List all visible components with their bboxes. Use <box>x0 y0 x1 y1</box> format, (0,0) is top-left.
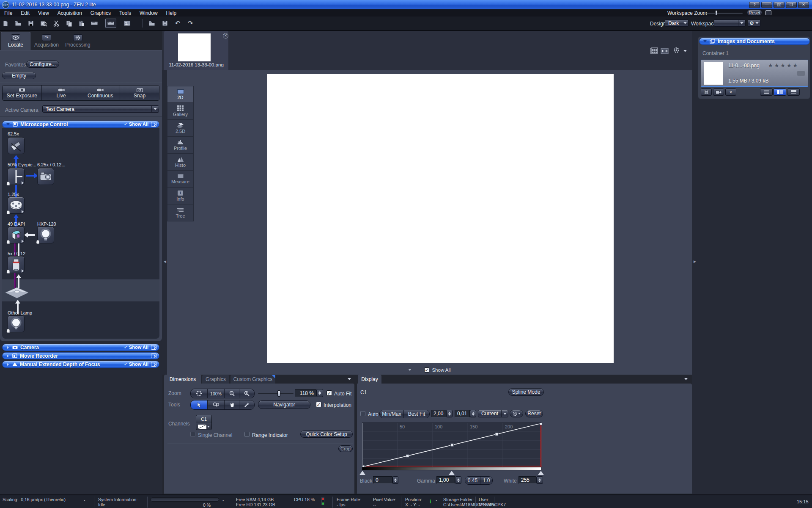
tab-acquisition[interactable]: ↷ Acquisition <box>31 32 62 50</box>
delete-item-button[interactable]: ✕ <box>725 88 736 96</box>
auto-fit-checkbox[interactable]: ✓ <box>326 390 332 396</box>
zoom-out-button[interactable] <box>225 389 239 398</box>
min-max-button[interactable]: Min/Max <box>380 410 404 418</box>
save-2-icon[interactable] <box>161 20 169 27</box>
stage-node[interactable] <box>5 287 29 301</box>
list-view-button[interactable] <box>760 88 773 96</box>
dimensions-more-caret[interactable] <box>348 378 351 380</box>
help-button[interactable]: ? <box>749 2 760 8</box>
picker-tool-button[interactable] <box>239 400 254 409</box>
active-camera-dropdown[interactable]: Test Camera <box>42 105 159 113</box>
empty-button[interactable]: Empty <box>2 72 36 79</box>
menu-file[interactable]: File <box>0 10 16 16</box>
view-tab-2-5d[interactable]: 2.5D <box>167 120 194 137</box>
manual-edf-section-header[interactable]: Manual Extended Depth of Focus ✓ Show Al… <box>2 361 159 368</box>
view-tab-histo[interactable]: Histo <box>167 154 194 171</box>
minmax-low-stepper[interactable] <box>446 410 453 417</box>
paste-icon[interactable] <box>78 20 85 27</box>
live-button[interactable]: Live <box>42 86 81 100</box>
ruler-icon[interactable] <box>91 20 98 27</box>
white-point-slider[interactable] <box>538 471 544 475</box>
view-tab-2d[interactable]: 2D <box>167 86 194 103</box>
view-tab-measure[interactable]: Measure <box>167 171 194 188</box>
layout-grid-icon[interactable] <box>650 47 658 56</box>
gamma-stepper[interactable] <box>455 476 461 484</box>
document-list-item[interactable]: 11-0...-00.png ★★★★★ 1,55 MB / 3,09 kB <box>701 60 808 87</box>
cut-icon[interactable] <box>52 20 60 27</box>
white-stepper[interactable] <box>536 476 543 484</box>
current-dropdown[interactable]: Current <box>478 410 508 417</box>
view-tab-info[interactable]: iInfo <box>167 188 194 204</box>
quick-color-setup-button[interactable]: Quick Color Setup <box>300 431 353 438</box>
show-all-checkbox[interactable]: ✓ <box>424 367 429 373</box>
close-document-icon[interactable]: ✕ <box>223 33 228 39</box>
workspace-zoom-slider[interactable] <box>703 13 743 14</box>
menu-tools[interactable]: Tools <box>115 10 135 16</box>
black-point-slider[interactable] <box>359 471 365 475</box>
menu-graphics[interactable]: Graphics <box>86 10 115 16</box>
minmax-low-input[interactable]: 2,00 <box>431 410 446 417</box>
movie-recorder-section-header[interactable]: Movie Recorder <box>2 352 159 359</box>
tab-locate[interactable]: Locate <box>1 32 30 50</box>
minmax-high-stepper[interactable] <box>470 410 476 417</box>
spline-mode-button[interactable]: Spline Mode <box>508 388 544 396</box>
black-stepper[interactable] <box>392 476 398 484</box>
view-tab-gallery[interactable]: Gallery <box>167 103 194 120</box>
zoom-value-stepper[interactable] <box>316 389 323 397</box>
tile-button[interactable]: ▯▯ <box>774 2 785 8</box>
zoom-slider-thumb[interactable] <box>277 390 280 397</box>
undock-icon[interactable] <box>151 362 156 367</box>
display-gear-dropdown[interactable] <box>510 410 523 417</box>
navigator-button[interactable]: Navigator <box>258 400 310 409</box>
split-view-icon[interactable] <box>661 47 669 56</box>
continuous-button[interactable]: Continuous <box>81 86 121 100</box>
histogram-curve-editor[interactable]: 50 100 150 200 <box>362 422 541 467</box>
export-item-button[interactable] <box>713 88 724 96</box>
find-icon[interactable] <box>40 20 47 27</box>
new-document-icon[interactable] <box>2 20 9 27</box>
rating-stars[interactable]: ★★★★★ <box>768 62 799 69</box>
open-file-2-icon[interactable] <box>148 20 156 27</box>
copy-icon[interactable] <box>65 20 73 27</box>
workspace-zoom-slider-thumb[interactable] <box>715 10 717 16</box>
zoom-fit-button[interactable] <box>191 389 208 398</box>
reset-button[interactable]: Reset <box>525 410 543 417</box>
menu-acquisition[interactable]: Acquisition <box>53 10 86 16</box>
open-file-icon[interactable] <box>14 20 22 27</box>
eyepiece-node[interactable] <box>8 137 25 154</box>
save-icon[interactable] <box>27 20 35 27</box>
crop-button[interactable]: Crop <box>338 445 353 452</box>
info-expand-chevron[interactable]: ⌃ <box>435 500 438 504</box>
tab-dimensions[interactable]: Dimensions <box>164 375 201 384</box>
minmax-high-input[interactable]: 0,01 <box>455 410 470 417</box>
channel-c1-button[interactable]: C1 <box>196 415 212 430</box>
tab-graphics[interactable]: Graphics <box>202 375 230 384</box>
show-all-check[interactable]: ✓ Show All <box>124 345 148 350</box>
document-thumbnail[interactable] <box>178 33 211 61</box>
design-dropdown[interactable]: Dark <box>665 19 689 27</box>
pan-tool-button[interactable] <box>225 400 239 409</box>
zoom-value-input[interactable]: 118 % <box>295 389 316 397</box>
set-exposure-button[interactable]: Set Exposure <box>3 86 42 100</box>
more-options-caret[interactable] <box>683 50 687 52</box>
interpolation-checkbox[interactable]: ✓ <box>316 402 321 407</box>
menu-help[interactable]: Help <box>162 10 181 16</box>
black-input[interactable]: 0 <box>373 476 392 484</box>
configure-button[interactable]: Configure... <box>26 61 59 68</box>
gamma-slider[interactable] <box>449 471 455 475</box>
view-tab-profile[interactable]: Profile <box>167 137 194 154</box>
right-splitter-collapse[interactable]: ► <box>693 259 697 264</box>
expand-caret[interactable] <box>408 369 411 371</box>
range-indicator-checkbox[interactable] <box>244 432 250 437</box>
displayed-image[interactable] <box>267 74 614 363</box>
minimize-button[interactable]: — <box>761 2 772 8</box>
document-tab[interactable]: ✕ 11-02-2016 13-33-00.png <box>164 31 228 70</box>
workspace-zoom-reset-button[interactable]: Reset <box>747 10 762 16</box>
zoom-region-tool-button[interactable] <box>208 400 225 409</box>
save-item-button[interactable] <box>701 88 712 96</box>
best-fit-button[interactable]: Best Fit <box>404 410 429 418</box>
menu-window[interactable]: Window <box>135 10 162 16</box>
close-button[interactable]: ✕ <box>798 2 809 8</box>
workspace-gear-dropdown[interactable]: ⚙ <box>748 19 760 27</box>
zoom-in-button[interactable] <box>239 389 254 398</box>
